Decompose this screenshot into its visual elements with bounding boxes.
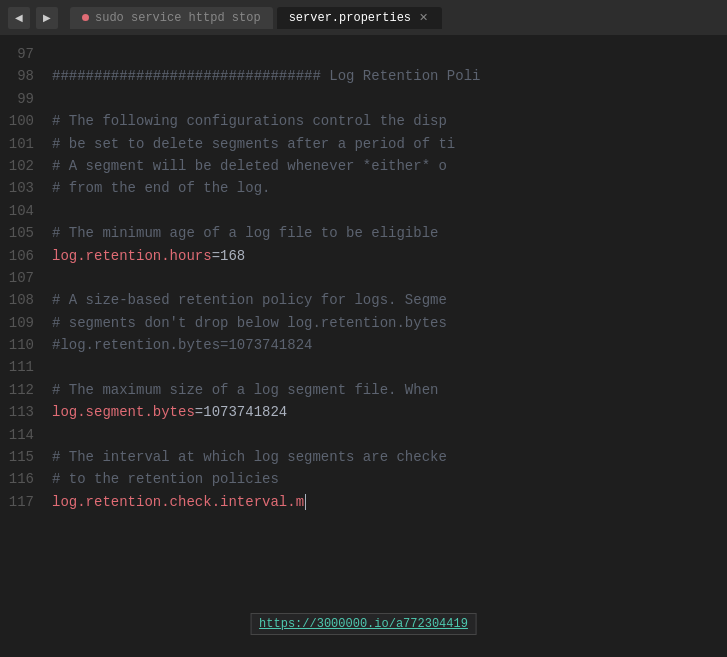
line-number: 108 <box>8 289 34 311</box>
code-line: # to the retention policies <box>52 468 727 490</box>
property-key: log.retention.hours <box>52 245 212 267</box>
property-key: log.segment.bytes <box>52 401 195 423</box>
line-number: 109 <box>8 312 34 334</box>
code-line <box>52 88 727 110</box>
tab-controls[interactable]: ◀ ▶ <box>8 7 58 29</box>
line-number: 110 <box>8 334 34 356</box>
code-line: ################################ Log Ret… <box>52 65 727 87</box>
property-equals: = <box>212 245 220 267</box>
tab-server-props-label: server.properties <box>289 11 411 25</box>
code-line: # segments don't drop below log.retentio… <box>52 312 727 334</box>
property-equals: = <box>195 401 203 423</box>
line-number: 115 <box>8 446 34 468</box>
code-line <box>52 200 727 222</box>
comment-text: # The maximum size of a log segment file… <box>52 379 438 401</box>
code-line: # The maximum size of a log segment file… <box>52 379 727 401</box>
line-number: 104 <box>8 200 34 222</box>
comment-text: # segments don't drop below log.retentio… <box>52 312 447 334</box>
status-tooltip: https://3000000.io/a772304419 <box>250 613 477 635</box>
property-value: 168 <box>220 245 245 267</box>
code-line <box>52 356 727 378</box>
line-number: 113 <box>8 401 34 423</box>
comment-text: # The following configurations control t… <box>52 110 447 132</box>
code-line: # A size-based retention policy for logs… <box>52 289 727 311</box>
line-number: 107 <box>8 267 34 289</box>
code-content[interactable]: ################################ Log Ret… <box>48 35 727 657</box>
tab-close-button[interactable]: ✕ <box>417 11 430 24</box>
line-number: 116 <box>8 468 34 490</box>
editor-area: 9798991001011021031041051061071081091101… <box>0 35 727 657</box>
code-line: # be set to delete segments after a peri… <box>52 133 727 155</box>
line-number: 105 <box>8 222 34 244</box>
tab-modified-dot <box>82 14 89 21</box>
code-line: log.retention.check.interval.m <box>52 491 727 513</box>
code-line: # The following configurations control t… <box>52 110 727 132</box>
comment-text: # The minimum age of a log file to be el… <box>52 222 438 244</box>
commented-property-text: #log.retention.bytes=1073741824 <box>52 334 312 356</box>
code-line: # The minimum age of a log file to be el… <box>52 222 727 244</box>
line-number: 97 <box>8 43 34 65</box>
line-number: 114 <box>8 424 34 446</box>
line-numbers: 9798991001011021031041051061071081091101… <box>0 35 48 657</box>
line-number: 101 <box>8 133 34 155</box>
line-number: 117 <box>8 491 34 513</box>
code-line: log.retention.hours=168 <box>52 245 727 267</box>
line-number: 100 <box>8 110 34 132</box>
line-number: 106 <box>8 245 34 267</box>
code-line: # The interval at which log segments are… <box>52 446 727 468</box>
comment-text: # A segment will be deleted whenever *ei… <box>52 155 447 177</box>
line-number: 98 <box>8 65 34 87</box>
tab-httpd-label: sudo service httpd stop <box>95 11 261 25</box>
tab-server-properties[interactable]: server.properties ✕ <box>277 7 442 29</box>
line-number: 103 <box>8 177 34 199</box>
property-value: 1073741824 <box>203 401 287 423</box>
next-tab-button[interactable]: ▶ <box>36 7 58 29</box>
line-number: 102 <box>8 155 34 177</box>
code-line <box>52 43 727 65</box>
code-line: # from the end of the log. <box>52 177 727 199</box>
comment-text: # from the end of the log. <box>52 177 270 199</box>
text-cursor <box>305 494 306 510</box>
property-key-partial: log.retention.check.interval.m <box>52 491 304 513</box>
prev-tab-button[interactable]: ◀ <box>8 7 30 29</box>
tab-httpd[interactable]: sudo service httpd stop <box>70 7 273 29</box>
code-line: # A segment will be deleted whenever *ei… <box>52 155 727 177</box>
code-line <box>52 424 727 446</box>
line-number: 99 <box>8 88 34 110</box>
comment-text: ################################ Log Ret… <box>52 65 480 87</box>
line-number: 112 <box>8 379 34 401</box>
comment-text: # be set to delete segments after a peri… <box>52 133 455 155</box>
comment-text: # The interval at which log segments are… <box>52 446 447 468</box>
title-bar: ◀ ▶ sudo service httpd stop server.prope… <box>0 0 727 35</box>
line-number: 111 <box>8 356 34 378</box>
code-line: #log.retention.bytes=1073741824 <box>52 334 727 356</box>
comment-text: # to the retention policies <box>52 468 279 490</box>
code-line <box>52 267 727 289</box>
comment-text: # A size-based retention policy for logs… <box>52 289 447 311</box>
code-line: log.segment.bytes=1073741824 <box>52 401 727 423</box>
